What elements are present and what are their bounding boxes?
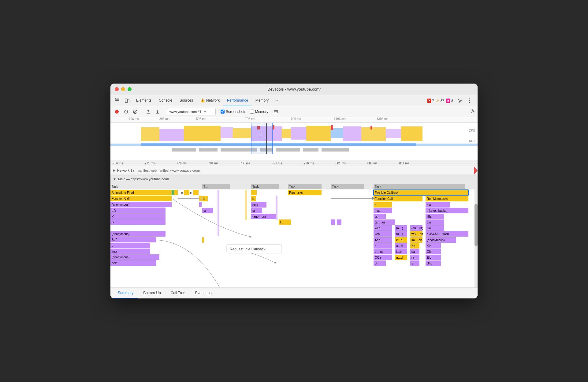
tab-call-tree[interactable]: Call Tree	[166, 288, 190, 298]
svg-text:801 ms: 801 ms	[336, 162, 346, 165]
svg-point-7	[126, 102, 127, 102]
svg-rect-208	[245, 190, 247, 220]
time-ruler: 766 ms 771 ms 776 ms 781 ms 786 ms 791 m…	[110, 160, 478, 166]
main-thread-header[interactable]: ▼ Main — https://www.youtube.com/	[110, 175, 478, 183]
network-section-row[interactable]: ▶ Network 3 ( manifest.webmanifest (www.…	[110, 166, 478, 175]
svg-rect-82	[193, 190, 199, 195]
svg-rect-209	[276, 196, 277, 220]
svg-text:ta: ta	[375, 215, 378, 218]
vertical-scrollbar[interactable]	[474, 183, 478, 287]
svg-text:lm….ob: lm….ob	[411, 238, 422, 242]
svg-rect-22	[159, 129, 184, 141]
tab-more[interactable]: »	[272, 95, 282, 106]
refresh-button[interactable]	[122, 108, 130, 116]
svg-text:791 ms: 791 ms	[272, 162, 282, 165]
record-button[interactable]	[113, 108, 121, 116]
screenshots-checkbox[interactable]: Screenshots	[221, 110, 246, 114]
info-badge[interactable]: ■ 8	[446, 99, 453, 103]
tab-network[interactable]: ⚠️ Network	[197, 95, 223, 106]
svg-rect-85	[251, 190, 257, 195]
tab-sources[interactable]: Sources	[176, 95, 197, 106]
svg-text:f…: f…	[280, 221, 284, 224]
maximize-button[interactable]	[128, 87, 132, 91]
svg-rect-205	[199, 196, 202, 201]
svg-rect-108	[110, 208, 166, 213]
svg-text:(anonymous): (anonymous)	[112, 203, 129, 206]
settings-icon[interactable]	[456, 96, 464, 105]
bottom-tabs: Summary Bottom-Up Call Tree Event Log	[110, 287, 478, 298]
svg-rect-81	[184, 190, 189, 195]
svg-rect-167	[374, 243, 392, 249]
network-expand-arrow[interactable]: ▶	[113, 168, 115, 172]
tab-event-log[interactable]: Event Log	[190, 288, 217, 298]
svg-text:a…d: a…d	[396, 244, 403, 248]
svg-text:xeb: xeb	[375, 232, 380, 236]
svg-text:(ano…us): (ano…us)	[252, 215, 266, 218]
svg-rect-3	[115, 100, 119, 101]
ruler-996: 996 ms	[291, 117, 301, 121]
svg-text:Hla: Hla	[427, 215, 431, 218]
svg-text:Gib: Gib	[427, 250, 432, 253]
svg-text:b: b	[375, 203, 377, 207]
svg-text:c….nt: c….nt	[375, 250, 383, 253]
svg-text:sa: sa	[411, 250, 415, 253]
memory-checkbox[interactable]: Memory	[250, 110, 268, 114]
warning-badge[interactable]: ⚠ 37	[436, 98, 444, 103]
main-expand-arrow[interactable]: ▼	[113, 177, 116, 181]
error-badge[interactable]: ✕ 7	[427, 99, 434, 103]
clear-button[interactable]	[131, 108, 139, 116]
ruler-396: 396 ms	[159, 117, 169, 121]
svg-rect-43	[141, 143, 416, 146]
upload-button[interactable]	[144, 108, 152, 116]
svg-rect-50	[322, 148, 349, 152]
svg-text:b: b	[252, 197, 254, 200]
svg-text:(anonymous): (anonymous)	[112, 232, 129, 236]
svg-text:ta: ta	[252, 209, 255, 212]
svg-rect-33	[386, 129, 401, 138]
tab-summary[interactable]: Summary	[113, 288, 138, 298]
ruler-1396: 1396 ms	[377, 117, 388, 121]
memory-heap-btn[interactable]	[272, 108, 280, 116]
tab-elements[interactable]: Elements	[132, 95, 155, 106]
performance-settings-icon[interactable]	[470, 109, 475, 115]
svg-text:806 ms: 806 ms	[367, 162, 378, 165]
svg-text:waa: waa	[111, 250, 117, 253]
svg-text:(an…us): (an…us)	[375, 221, 386, 224]
svg-text:(an…us): (an…us)	[411, 227, 423, 230]
download-button[interactable]	[154, 108, 162, 116]
info-icon: ■	[446, 99, 450, 103]
svg-rect-40	[331, 125, 333, 130]
tab-bottom-up[interactable]: Bottom-Up	[138, 288, 166, 298]
close-button[interactable]	[115, 87, 119, 91]
network-row-label: Network 3 (	[117, 169, 134, 172]
svg-rect-6	[128, 100, 129, 102]
svg-point-19	[472, 110, 474, 112]
svg-text:S: S	[112, 220, 114, 224]
devtools-window: DevTools - www.youtube.com/ Elements Con…	[110, 84, 478, 298]
minimize-button[interactable]	[121, 87, 125, 91]
svg-rect-45	[199, 148, 218, 152]
tab-console[interactable]: Console	[155, 95, 176, 106]
svg-rect-203	[172, 190, 174, 195]
net-label: NET	[469, 140, 475, 143]
svg-text:Lla: Lla	[427, 227, 431, 230]
flame-chart-svg[interactable]: Task T… Task Task Task Task Animati...e …	[110, 183, 478, 287]
svg-point-8	[459, 100, 461, 101]
scrollbar-thumb[interactable]	[474, 204, 478, 246]
svg-text:811 ms: 811 ms	[399, 162, 409, 165]
flame-chart[interactable]: Task T… Task Task Task Task Animati...e …	[110, 183, 478, 287]
svg-text:(a…): (a…)	[396, 232, 403, 236]
svg-text:c: c	[375, 244, 376, 248]
svg-text:(a…): (a…)	[396, 227, 403, 230]
svg-text:▶: ▶	[190, 191, 192, 194]
device-icon[interactable]	[123, 96, 131, 105]
timeline-overview[interactable]: 196 ms 396 ms 596 ms 796 ms 996 ms 1196 …	[110, 117, 478, 160]
svg-rect-37	[361, 127, 386, 141]
svg-rect-16	[274, 110, 278, 113]
inspect-icon[interactable]	[113, 96, 121, 105]
more-icon[interactable]	[465, 96, 474, 105]
tab-memory[interactable]: Memory	[252, 95, 272, 106]
url-selector[interactable]: www.youtube.com #1 ▼	[167, 108, 216, 115]
tab-performance[interactable]: Performance	[223, 95, 252, 106]
warning-icon: ⚠	[436, 98, 440, 103]
